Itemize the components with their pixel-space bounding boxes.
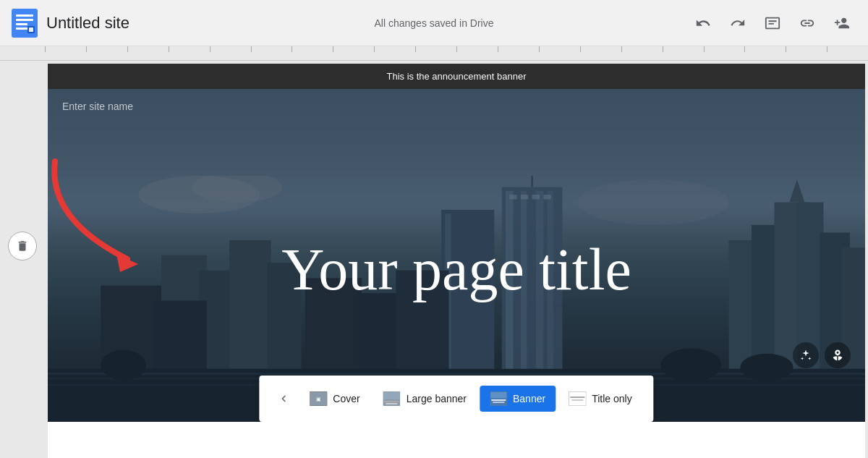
svg-rect-52 (386, 403, 398, 404)
announcement-banner[interactable]: This is the announcement banner (48, 64, 865, 89)
page-canvas: This is the announcement banner (45, 61, 868, 458)
sparkle-button[interactable] (793, 342, 819, 368)
layout-option-cover[interactable]: ▣ Cover (299, 386, 370, 412)
layout-title-only-label: Title only (592, 393, 632, 404)
ruler (0, 46, 868, 61)
svg-rect-56 (493, 402, 504, 403)
svg-rect-3 (16, 23, 27, 25)
layout-option-banner[interactable]: Banner (480, 386, 556, 412)
site-name-placeholder[interactable]: Enter site name (62, 101, 133, 112)
svg-rect-50 (384, 392, 400, 399)
svg-rect-2 (16, 19, 33, 21)
announcement-text: This is the announcement banner (387, 71, 527, 82)
svg-rect-57 (569, 391, 586, 406)
layout-cover-label: Cover (333, 393, 359, 404)
layout-banner-label: Banner (513, 393, 545, 404)
toolbar: Untitled site All changes saved in Drive (0, 0, 868, 46)
layout-option-large-banner[interactable]: Large banner (373, 386, 477, 412)
title-only-layout-icon (569, 391, 586, 406)
anchor-button[interactable] (825, 342, 851, 368)
svg-rect-55 (491, 399, 506, 401)
svg-rect-58 (570, 396, 584, 398)
hero-page-title[interactable]: Your page title (281, 237, 631, 302)
below-hero-section (48, 422, 865, 458)
svg-rect-1 (16, 14, 33, 17)
banner-layout-icon (490, 391, 507, 406)
svg-text:▣: ▣ (316, 396, 321, 402)
cover-layout-icon: ▣ (310, 391, 327, 406)
toolbar-left: Untitled site (12, 9, 689, 38)
delete-section-button[interactable] (8, 232, 37, 260)
save-status: All changes saved in Drive (375, 17, 494, 29)
toolbar-right (689, 9, 856, 38)
large-banner-layout-icon (383, 391, 401, 406)
layout-back-button[interactable] (271, 386, 297, 412)
svg-rect-59 (571, 399, 583, 401)
redo-button[interactable] (723, 9, 752, 38)
svg-rect-54 (490, 392, 506, 398)
site-title[interactable]: Untitled site (46, 14, 129, 33)
sites-logo-icon (12, 9, 38, 38)
svg-rect-6 (29, 27, 33, 32)
preview-button[interactable] (758, 9, 787, 38)
layout-large-banner-label: Large banner (407, 393, 467, 404)
undo-button[interactable] (689, 9, 718, 38)
svg-rect-51 (385, 401, 399, 402)
site-content: This is the announcement banner (48, 64, 865, 458)
link-button[interactable] (793, 9, 822, 38)
left-sidebar (0, 61, 45, 458)
hero-bottom-icons (793, 342, 851, 368)
hero-section[interactable]: Enter site name Your page title (48, 89, 865, 422)
layout-option-title-only[interactable]: Title only (558, 386, 642, 412)
canvas-area: This is the announcement banner (0, 61, 868, 458)
share-button[interactable] (827, 9, 856, 38)
layout-selector: ▣ Cover Large banner (259, 376, 653, 422)
